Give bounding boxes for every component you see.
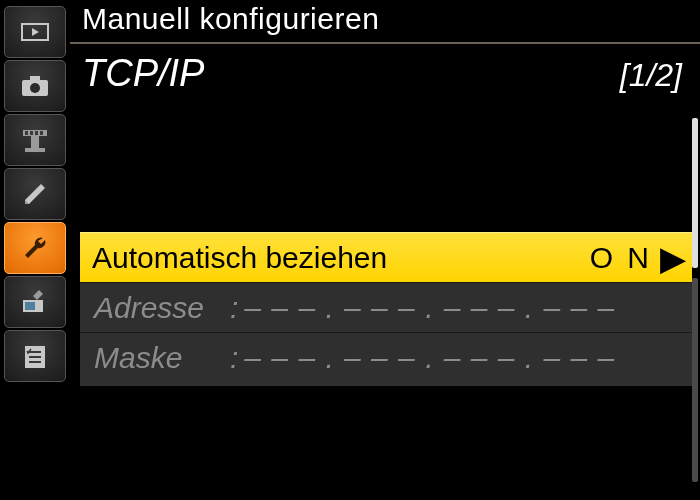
svg-rect-8 <box>35 131 38 135</box>
svg-rect-3 <box>30 76 40 81</box>
sidebar-item-edit[interactable] <box>4 168 66 220</box>
svg-marker-12 <box>25 184 45 204</box>
row-label: Adresse <box>80 291 230 325</box>
row-address: Adresse : – – – . – – – . – – – . – – – <box>80 282 692 332</box>
svg-rect-7 <box>30 131 33 135</box>
row-label: Maske <box>80 341 230 375</box>
row-mask: Maske : – – – . – – – . – – – . – – – <box>80 332 692 382</box>
colon: : <box>230 341 244 375</box>
sidebar-item-camera[interactable] <box>4 60 66 112</box>
play-icon <box>17 14 53 50</box>
list-icon <box>17 338 53 374</box>
chevron-right-icon: ▶ <box>658 238 692 278</box>
retouch-icon <box>17 284 53 320</box>
main-panel: Manuell konfigurieren TCP/IP [1/2] Autom… <box>70 0 700 500</box>
list-endcap <box>80 382 692 386</box>
row-label: Automatisch beziehen <box>80 241 590 275</box>
page-title: Manuell konfigurieren <box>70 0 700 42</box>
svg-rect-10 <box>31 136 39 150</box>
svg-rect-15 <box>25 302 35 310</box>
sidebar-item-mymenu[interactable] <box>4 330 66 382</box>
svg-point-4 <box>30 83 40 93</box>
sidebar <box>0 0 70 500</box>
svg-rect-6 <box>25 131 28 135</box>
wrench-icon <box>17 230 53 266</box>
row-value: – – – . – – – . – – – . – – – <box>244 341 615 375</box>
sidebar-item-retouch[interactable] <box>4 276 66 328</box>
subheader: TCP/IP [1/2] <box>70 44 700 95</box>
row-value: O N <box>590 241 658 275</box>
sidebar-item-playback[interactable] <box>4 6 66 58</box>
screen: Manuell konfigurieren TCP/IP [1/2] Autom… <box>0 0 700 500</box>
colon: : <box>230 291 244 325</box>
scrollbar[interactable] <box>690 118 700 482</box>
video-icon <box>17 122 53 158</box>
scrollbar-thumb[interactable] <box>692 118 698 268</box>
settings-list: Automatisch beziehen O N ▶ Adresse : – –… <box>80 232 692 386</box>
sidebar-item-setup[interactable] <box>4 222 66 274</box>
camera-icon <box>17 68 53 104</box>
sidebar-item-video[interactable] <box>4 114 66 166</box>
scrollbar-track <box>692 278 698 482</box>
section-title: TCP/IP <box>82 52 204 95</box>
svg-rect-9 <box>40 131 43 135</box>
svg-rect-11 <box>25 148 45 152</box>
row-auto-obtain[interactable]: Automatisch beziehen O N ▶ <box>80 232 692 282</box>
row-value: – – – . – – – . – – – . – – – <box>244 291 615 325</box>
svg-marker-1 <box>32 28 39 36</box>
svg-marker-16 <box>33 290 43 300</box>
pencil-icon <box>17 176 53 212</box>
page-indicator: [1/2] <box>620 57 682 94</box>
